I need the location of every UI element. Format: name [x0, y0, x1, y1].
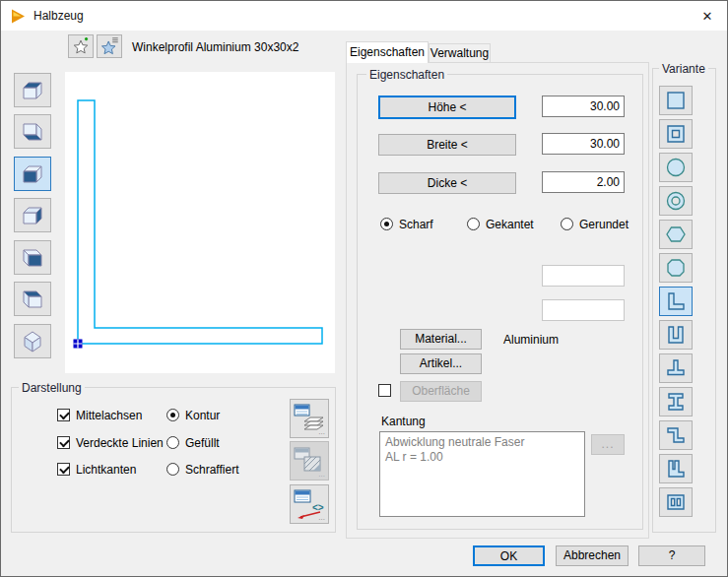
view-top-button[interactable] [14, 73, 51, 107]
variante-circle-solid-button[interactable] [659, 153, 693, 182]
breite-button[interactable]: Breite < [378, 134, 516, 156]
hoehe-input[interactable] [542, 96, 625, 117]
view-bottom-button[interactable] [14, 114, 51, 149]
octagon-icon [664, 256, 688, 280]
gefuellt-radio[interactable] [166, 436, 179, 449]
svg-text:...: ... [318, 427, 325, 435]
radius1-input [542, 265, 625, 287]
kantung-line2: AL r = 1.00 [385, 450, 579, 465]
dicke-input[interactable] [542, 171, 625, 193]
cancel-button[interactable]: Abbrechen [556, 545, 629, 566]
view-right-icon [20, 204, 45, 227]
hatch-settings-button: ... [290, 441, 329, 481]
titlebar: Halbzeug [1, 1, 727, 31]
ok-button[interactable]: OK [473, 545, 545, 566]
scharf-radio[interactable] [380, 218, 393, 230]
annotation-icon: <> ... [293, 487, 326, 521]
view-isometric-icon [20, 330, 45, 353]
star-menu-icon [99, 37, 119, 56]
svg-text:...: ... [318, 513, 325, 521]
material-value: Aluminium [503, 333, 559, 347]
view-back-button[interactable] [14, 282, 51, 316]
tab-verwaltung[interactable]: Verwaltung [429, 43, 491, 63]
view-top-icon [20, 79, 45, 102]
view-isometric-button[interactable] [14, 324, 51, 358]
breite-input[interactable] [542, 133, 625, 155]
halbzeug-dialog: Halbzeug ✕ Winkelprofil Aluminium 30x30x… [0, 0, 728, 577]
variante-square-tube-button[interactable] [659, 119, 693, 149]
view-left-button[interactable] [14, 157, 51, 191]
tab-eigenschaften[interactable]: Eigenschaften [346, 41, 429, 63]
gekantet-label: Gekantet [486, 218, 534, 231]
kantung-textbox[interactable]: Abwicklung neutrale Faser AL r = 1.00 [379, 431, 585, 517]
dicke-button[interactable]: Dicke < [378, 172, 516, 194]
square-solid-icon [664, 89, 688, 112]
variante-hexagon-button[interactable] [659, 220, 693, 249]
variante-z-profile-button[interactable] [659, 420, 693, 450]
i-profile-icon [664, 390, 688, 414]
variante-l-profile-button[interactable] [659, 287, 693, 316]
favorite-menu-button[interactable] [97, 34, 122, 58]
mittelachsen-label: Mittelachsen [76, 409, 142, 422]
gekantet-radio[interactable] [467, 218, 480, 230]
lichtkanten-label: Lichtkanten [76, 463, 136, 477]
favorite-item-label: Winkelprofil Aluminium 30x30x2 [132, 40, 298, 54]
variante-group-label: Variante [659, 62, 708, 76]
mittelachsen-checkbox[interactable] [57, 409, 70, 421]
radius2-input [542, 299, 625, 321]
scharf-label: Scharf [399, 218, 433, 231]
variante-t-profile-button[interactable] [659, 353, 693, 383]
view-front-button[interactable] [14, 240, 51, 275]
gerundet-radio[interactable] [561, 218, 573, 230]
annotation-settings-button[interactable]: <> ... [290, 484, 329, 524]
profile-preview [65, 72, 335, 373]
material-button[interactable]: Material... [400, 329, 482, 350]
artikel-button[interactable]: Artikel... [400, 353, 482, 374]
variante-circle-tube-button[interactable] [659, 186, 693, 216]
circle-solid-icon [664, 156, 688, 179]
window-title: Halbzeug [33, 9, 84, 23]
schraffiert-radio[interactable] [166, 463, 179, 476]
l-profile-drawing [65, 72, 335, 373]
variante-square-solid-button[interactable] [659, 86, 693, 115]
hexagon-icon [664, 223, 688, 246]
help-button[interactable]: ? [638, 545, 705, 566]
double-l-profile-icon [664, 457, 688, 481]
view-back-icon [20, 288, 45, 311]
oberflaeche-checkbox[interactable] [378, 384, 391, 397]
kantung-more-button: ... [591, 434, 625, 455]
z-profile-icon [664, 423, 688, 447]
gerundet-label: Gerundet [579, 218, 629, 231]
lichtkanten-checkbox[interactable] [57, 463, 70, 476]
verdeckte-linien-checkbox[interactable] [57, 436, 70, 449]
close-button[interactable]: ✕ [688, 1, 727, 31]
darstellung-group-label: Darstellung [19, 381, 85, 395]
view-right-button[interactable] [14, 198, 51, 232]
variante-double-rect-tube-button[interactable] [659, 487, 693, 517]
kantung-line1: Abwicklung neutrale Faser [385, 435, 579, 450]
circle-tube-icon [664, 189, 688, 213]
square-tube-icon [664, 122, 688, 146]
svg-text:<>: <> [312, 502, 324, 513]
favorite-add-button[interactable] [68, 34, 94, 58]
t-profile-icon [664, 356, 688, 380]
svg-text:...: ... [318, 470, 325, 478]
star-plus-icon [71, 37, 91, 56]
variante-u-profile-button[interactable] [659, 320, 693, 350]
hoehe-button[interactable]: Höhe < [378, 96, 516, 119]
layers-icon: ... [293, 402, 326, 435]
hatch-icon: ... [293, 444, 326, 478]
oberflaeche-button: Oberfläche [400, 381, 482, 402]
eigenschaften-group-label: Eigenschaften [366, 68, 447, 82]
variante-octagon-button[interactable] [659, 253, 693, 283]
verdeckte-linien-label: Verdeckte Linien [76, 436, 164, 450]
kontur-radio[interactable] [166, 409, 179, 421]
layer-settings-button[interactable]: ... [290, 399, 329, 438]
kontur-label: Kontur [185, 409, 220, 422]
view-front-icon [20, 246, 45, 270]
variante-double-l-profile-button[interactable] [659, 454, 693, 483]
gefuellt-label: Gefüllt [185, 436, 220, 450]
variante-i-profile-button[interactable] [659, 387, 693, 417]
schraffiert-label: Schraffiert [185, 463, 238, 477]
view-left-icon [20, 162, 45, 186]
